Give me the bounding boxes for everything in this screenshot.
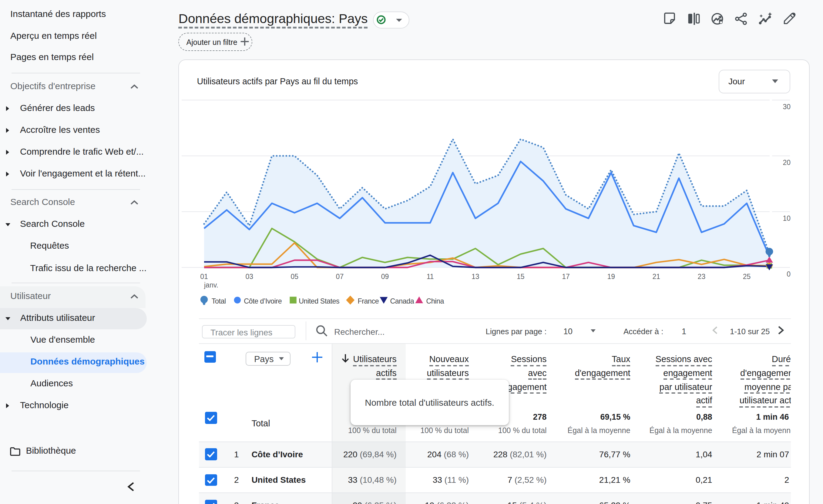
- svg-text:17: 17: [562, 273, 570, 281]
- svg-text:Côte d’Ivoire: Côte d’Ivoire: [244, 297, 282, 305]
- svg-text:10: 10: [783, 214, 791, 222]
- svg-text:11: 11: [427, 273, 434, 281]
- svg-text:Canada: Canada: [390, 297, 414, 305]
- svg-text:China: China: [426, 297, 444, 305]
- svg-text:25: 25: [743, 273, 751, 281]
- svg-text:07: 07: [336, 273, 344, 281]
- svg-text:30: 30: [783, 103, 791, 111]
- svg-text:20: 20: [783, 159, 791, 166]
- svg-text:19: 19: [607, 273, 615, 281]
- svg-text:0: 0: [787, 270, 791, 278]
- svg-text:05: 05: [291, 273, 298, 281]
- svg-text:France: France: [357, 297, 379, 305]
- svg-text:Total: Total: [212, 297, 226, 305]
- svg-text:03: 03: [245, 273, 253, 281]
- svg-text:United States: United States: [299, 297, 339, 305]
- svg-text:23: 23: [698, 273, 706, 281]
- svg-text:janv.: janv.: [204, 281, 218, 289]
- svg-text:15: 15: [517, 273, 525, 281]
- svg-text:09: 09: [381, 273, 389, 281]
- svg-text:21: 21: [652, 273, 660, 281]
- svg-text:01: 01: [200, 273, 208, 281]
- svg-text:13: 13: [472, 273, 479, 281]
